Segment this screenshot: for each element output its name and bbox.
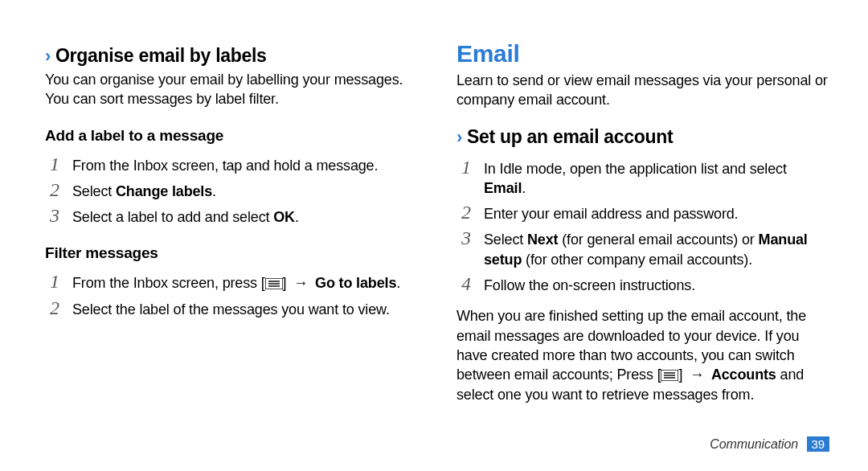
page-footer: Communication 39 — [710, 436, 829, 452]
right-column: Email Learn to send or view email messag… — [457, 29, 829, 445]
step-text: Select Next (for general email accounts)… — [484, 228, 829, 269]
intro-text: Learn to send or view email messages via… — [457, 71, 829, 110]
subheading-filter-messages: Filter messages — [45, 244, 418, 262]
heading-text: Set up an email account — [467, 126, 673, 147]
menu-icon — [265, 278, 283, 289]
steps-filter-messages: 1 From the Inbox screen, press [] → Go t… — [45, 267, 418, 319]
text-part: Select — [72, 183, 116, 199]
text-part: From the Inbox screen, press [ — [72, 275, 265, 291]
left-column: ›Organise email by labels You can organi… — [45, 29, 418, 445]
text-part: ] — [678, 367, 686, 383]
step-text: Select a label to add and select OK. — [72, 206, 299, 227]
text-part: Select — [484, 231, 527, 248]
menu-icon — [661, 370, 678, 381]
step-text: From the Inbox screen, press [] → Go to … — [72, 272, 400, 293]
step-number: 2 — [45, 298, 64, 318]
heading-email: Email — [457, 40, 829, 68]
bold-text: Accounts — [711, 367, 776, 383]
step: 1 From the Inbox screen, tap and hold a … — [45, 154, 418, 175]
text-part: . — [522, 180, 526, 196]
step-number: 2 — [457, 203, 476, 223]
bold-text: OK — [273, 209, 295, 225]
bold-text: Email — [484, 180, 522, 196]
arrow-icon: → — [290, 273, 311, 293]
step-text: Follow the on-screen instructions. — [484, 274, 695, 295]
text-part: Select a label to add and select — [72, 209, 273, 225]
page: ›Organise email by labels You can organi… — [0, 0, 868, 471]
text-part: . — [295, 209, 299, 225]
steps-setup-account: 1 In Idle mode, open the application lis… — [457, 153, 829, 296]
step: 2 Select Change labels. — [45, 180, 418, 201]
arrow-icon: → — [686, 365, 707, 384]
step-number: 3 — [457, 228, 476, 248]
steps-add-label: 1 From the Inbox screen, tap and hold a … — [45, 149, 418, 227]
text-part: ] — [283, 275, 291, 291]
intro-text: You can organise your email by labelling… — [45, 70, 418, 109]
footer-section: Communication — [710, 437, 798, 451]
bold-text: Go to labels — [315, 275, 396, 291]
text-part: In Idle mode, open the application list … — [484, 161, 787, 177]
step-number: 3 — [45, 206, 64, 226]
step-text: Select the label of the messages you wan… — [72, 298, 390, 319]
step: 4 Follow the on-screen instructions. — [457, 274, 829, 295]
text-part: (for other company email accounts). — [522, 252, 752, 268]
chevron-icon: › — [45, 46, 51, 67]
step-text: Select Change labels. — [72, 180, 216, 201]
heading-organise-email: ›Organise email by labels — [45, 45, 418, 67]
bold-text: Change labels — [116, 183, 212, 199]
step-number: 1 — [45, 154, 64, 174]
heading-text: Organise email by labels — [55, 45, 267, 66]
step: 3 Select Next (for general email account… — [457, 228, 829, 269]
step-text: From the Inbox screen, tap and hold a me… — [72, 154, 378, 175]
page-number: 39 — [807, 436, 830, 452]
step-number: 2 — [45, 180, 64, 200]
bold-text: Next — [527, 231, 558, 248]
text-part: . — [396, 275, 400, 291]
outro-text: When you are finished setting up the ema… — [457, 306, 829, 403]
step-number: 4 — [457, 274, 476, 294]
subheading-add-label: Add a label to a message — [45, 127, 418, 145]
step: 3 Select a label to add and select OK. — [45, 206, 418, 227]
step-text: In Idle mode, open the application list … — [484, 158, 829, 199]
step-text: Enter your email address and password. — [484, 203, 738, 223]
step: 2 Select the label of the messages you w… — [45, 298, 418, 319]
text-part: . — [212, 183, 216, 199]
text-part: (for general email accounts) or — [558, 231, 758, 248]
chevron-icon: › — [457, 127, 462, 148]
step: 2 Enter your email address and password. — [457, 203, 829, 223]
step: 1 From the Inbox screen, press [] → Go t… — [45, 272, 418, 293]
step-number: 1 — [457, 158, 476, 178]
step-number: 1 — [45, 272, 64, 292]
step: 1 In Idle mode, open the application lis… — [457, 158, 829, 199]
heading-setup-account: ›Set up an email account — [457, 126, 829, 148]
